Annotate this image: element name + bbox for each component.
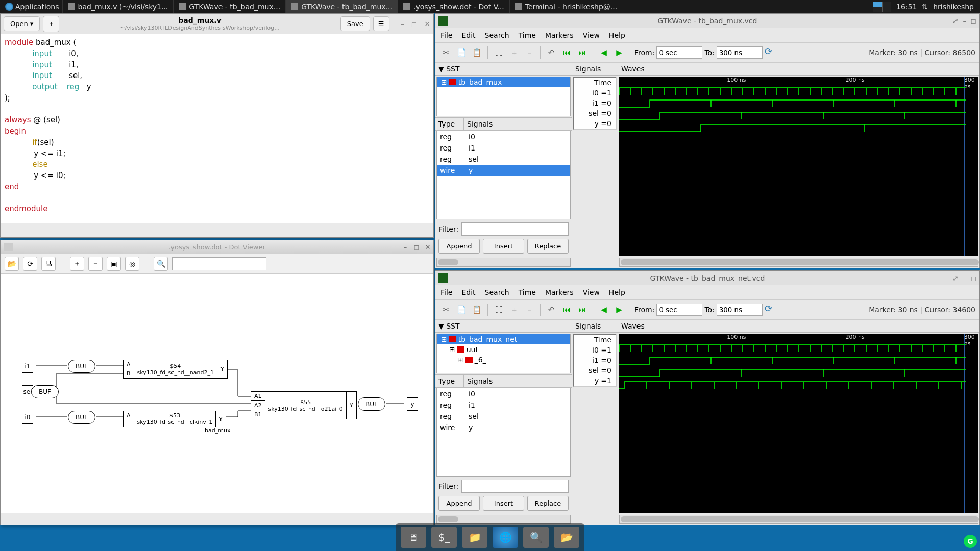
menu-help[interactable]: Help (609, 31, 625, 39)
filter-input[interactable] (461, 480, 569, 493)
signal-row[interactable]: wirey (437, 165, 570, 176)
insert-button[interactable]: Insert (483, 496, 524, 511)
menu-edit[interactable]: Edit (461, 288, 475, 296)
filter-input[interactable] (461, 222, 569, 236)
grammarly-badge-icon[interactable]: G (964, 535, 977, 548)
to-input[interactable] (717, 304, 763, 316)
waveform-canvas[interactable]: 100 ns200 ns300 ns (619, 334, 978, 513)
network-icon[interactable]: ⇅ (922, 3, 928, 11)
signal-row[interactable]: regi0 (437, 131, 570, 142)
zoom-fit-icon[interactable]: ▣ (107, 257, 121, 271)
seek-end-icon[interactable]: ⏭ (575, 46, 589, 59)
cut-icon[interactable]: ✂ (439, 46, 453, 59)
minimize-icon[interactable]: – (963, 274, 966, 282)
menu-time[interactable]: Time (519, 288, 536, 296)
append-button[interactable]: Append (438, 239, 480, 254)
seek-start-icon[interactable]: ⏮ (560, 303, 573, 316)
replace-button[interactable]: Replace (527, 496, 569, 511)
seek-end-icon[interactable]: ⏭ (575, 303, 589, 316)
print-icon[interactable]: 🖶 (41, 257, 56, 271)
menu-markers[interactable]: Markers (545, 288, 574, 296)
signal-row[interactable]: regi1 (437, 142, 570, 154)
wave-scrollbar[interactable] (619, 515, 978, 524)
open-button[interactable]: Open ▾ (4, 16, 40, 31)
from-input[interactable] (656, 304, 702, 316)
zoom-out-icon[interactable]: － (523, 303, 536, 316)
from-input[interactable] (656, 46, 702, 59)
next-edge-icon[interactable]: ▶ (612, 46, 626, 59)
copy-icon[interactable]: 📄 (455, 46, 468, 59)
menu-help[interactable]: Help (609, 288, 625, 296)
dock-files-icon[interactable]: 📁 (462, 527, 487, 548)
dock-browser-icon[interactable]: 🌐 (493, 527, 518, 548)
reload-icon[interactable]: ⟳ (765, 46, 778, 59)
menu-search[interactable]: Search (485, 31, 509, 39)
minimize-icon[interactable]: – (402, 243, 409, 251)
cut-icon[interactable]: ✂ (439, 303, 453, 316)
signal-row[interactable]: regsel (437, 411, 570, 422)
taskbar-item[interactable]: GTKWave - tb_bad_mux... (285, 0, 398, 13)
menu-markers[interactable]: Markers (545, 31, 574, 39)
sst-scrollbar[interactable] (436, 515, 571, 524)
paste-icon[interactable]: 📋 (470, 46, 483, 59)
zoom-fit-icon[interactable]: ⛶ (492, 46, 505, 59)
undo-icon[interactable]: ↶ (545, 46, 558, 59)
fullscreen-icon[interactable]: ⤢ (952, 274, 959, 282)
dock-terminal-icon[interactable]: $_ (431, 527, 457, 548)
dock-folder-icon[interactable]: 📂 (554, 527, 579, 548)
schematic-canvas[interactable]: i1 BUF sel BUF i0 BUF AB $54sky130_fd_sc… (1, 274, 433, 513)
menu-time[interactable]: Time (519, 31, 536, 39)
sst-tree-item[interactable]: ⊞ uut (437, 344, 570, 355)
replace-button[interactable]: Replace (527, 239, 569, 254)
zoom-in-icon[interactable]: ＋ (507, 46, 521, 59)
signal-row[interactable]: regsel (437, 154, 570, 165)
sst-tree-item[interactable]: ⊞ tb_bad_mux_net (437, 334, 570, 344)
new-tab-button[interactable]: ＋ (43, 16, 59, 32)
type-header[interactable]: Type (435, 375, 464, 387)
maximize-icon[interactable]: ◻ (411, 20, 418, 28)
close-icon[interactable]: ✕ (424, 20, 430, 28)
sst-tree[interactable]: ⊞ tb_bad_mux_net⊞ uut⊞ _6_ (436, 334, 571, 373)
zoom-fit-icon[interactable]: ⛶ (492, 303, 505, 316)
sst-header[interactable]: ▼ SST (435, 320, 572, 333)
signals-header[interactable]: Signals (464, 375, 496, 387)
menu-view[interactable]: View (583, 31, 600, 39)
menu-file[interactable]: File (440, 288, 452, 296)
signal-list[interactable]: regi0regi1regselwirey (436, 131, 571, 219)
minimize-icon[interactable]: – (401, 20, 404, 28)
insert-button[interactable]: Insert (483, 239, 524, 254)
taskbar-item[interactable]: GTKWave - tb_bad_mux... (173, 0, 285, 13)
save-button[interactable]: Save (340, 16, 370, 31)
maximize-icon[interactable]: ◻ (413, 243, 420, 251)
signal-row[interactable]: regi0 (437, 388, 570, 399)
signal-row[interactable]: regi1 (437, 399, 570, 411)
minimize-icon[interactable]: – (963, 17, 966, 25)
dock-desktop-icon[interactable]: 🖥 (401, 527, 426, 548)
username[interactable]: hrishikeshp (933, 3, 974, 11)
sst-tree[interactable]: ⊞ tb_bad_mux (436, 77, 571, 116)
zoom-out-icon[interactable]: － (88, 257, 103, 271)
applications-menu[interactable]: Applications (2, 3, 62, 11)
signal-row[interactable]: wirey (437, 422, 570, 433)
menu-search[interactable]: Search (485, 288, 509, 296)
hamburger-menu-button[interactable]: ☰ (373, 16, 389, 31)
maximize-icon[interactable]: ◻ (970, 274, 976, 282)
sst-scrollbar[interactable] (436, 258, 571, 267)
taskbar-item[interactable]: .yosys_show.dot - Dot V... (398, 0, 509, 13)
search-input[interactable] (172, 257, 266, 270)
append-button[interactable]: Append (438, 496, 480, 511)
wave-scrollbar[interactable] (619, 258, 978, 267)
dock-search-icon[interactable]: 🔍 (523, 527, 549, 548)
fullscreen-icon[interactable]: ⤢ (952, 17, 959, 25)
taskbar-item[interactable]: Terminal - hrishikeshp@... (509, 0, 622, 13)
menu-file[interactable]: File (440, 31, 452, 39)
waveform-canvas[interactable]: 100 ns200 ns300 ns (619, 77, 978, 256)
prev-edge-icon[interactable]: ◀ (597, 46, 610, 59)
sst-header[interactable]: ▼ SST (435, 63, 572, 76)
menu-edit[interactable]: Edit (461, 31, 475, 39)
zoom-in-icon[interactable]: ＋ (70, 257, 84, 271)
maximize-icon[interactable]: ◻ (970, 17, 976, 25)
seek-start-icon[interactable]: ⏮ (560, 46, 573, 59)
zoom-100-icon[interactable]: ◎ (125, 257, 139, 271)
code-editor[interactable]: module bad_mux ( input i0, input i1, inp… (1, 34, 433, 223)
